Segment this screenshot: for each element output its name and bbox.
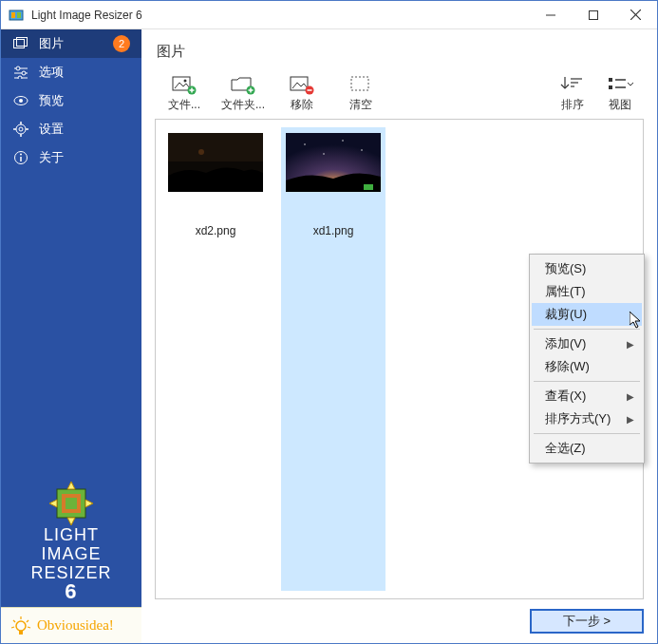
thumbnail-caption: xd2.png	[196, 224, 236, 237]
cm-remove[interactable]: 移除(W)	[532, 355, 642, 378]
sidebar-item-options[interactable]: 选项	[1, 58, 141, 86]
svg-marker-32	[85, 500, 93, 507]
body: 图片 2 选项 预览 设置 关于	[1, 29, 657, 643]
brand-name: Obviousidea!	[37, 617, 114, 634]
images-icon	[12, 37, 29, 50]
cm-properties[interactable]: 属性(T)	[532, 280, 642, 303]
svg-point-17	[16, 124, 26, 134]
svg-point-18	[19, 127, 23, 131]
app-window: Light Image Resizer 6 图片 2 选项 预览	[0, 0, 658, 644]
clear-button[interactable]: 清空	[331, 72, 390, 113]
cm-preview[interactable]: 预览(S)	[532, 257, 642, 280]
cm-separator	[534, 381, 640, 382]
svg-rect-68	[364, 184, 373, 190]
svg-marker-30	[67, 518, 75, 525]
svg-line-38	[28, 627, 30, 628]
maximize-button[interactable]	[572, 1, 614, 29]
thumbnail-image	[286, 133, 381, 192]
sidebar: 图片 2 选项 预览 设置 关于	[1, 29, 141, 643]
sidebar-item-label: 关于	[39, 149, 64, 166]
svg-point-64	[304, 143, 305, 144]
tool-label: 文件...	[168, 97, 200, 113]
add-folder-icon	[230, 72, 256, 97]
logo-icon	[49, 482, 93, 525]
sidebar-logo: LIGHT IMAGE RESIZER 6	[1, 468, 141, 607]
toolbar: 文件... 文件夹... 移除 清空 排序	[155, 68, 644, 113]
thumbnail-image	[168, 133, 263, 192]
minimize-button[interactable]	[529, 1, 572, 29]
add-files-button[interactable]: 文件...	[155, 72, 214, 113]
cm-select-all[interactable]: 全选(Z)	[532, 437, 642, 460]
cm-view[interactable]: 查看(X)▶	[532, 385, 642, 407]
svg-point-65	[342, 140, 343, 141]
add-files-icon	[171, 72, 197, 97]
sort-icon	[559, 72, 586, 97]
page-title: 图片	[157, 43, 642, 61]
tool-label: 排序	[561, 97, 584, 113]
remove-button[interactable]: 移除	[273, 72, 331, 113]
brand-footer[interactable]: Obviousidea!	[1, 607, 141, 643]
cm-sort-by[interactable]: 排序方式(Y)▶	[532, 407, 642, 430]
sliders-icon	[12, 66, 29, 79]
sidebar-item-label: 图片	[39, 35, 64, 52]
bottom-bar: 下一步 >	[155, 599, 644, 634]
app-icon	[7, 6, 26, 25]
svg-rect-8	[17, 38, 28, 47]
tool-label: 清空	[349, 97, 372, 113]
svg-rect-56	[609, 78, 612, 82]
svg-point-67	[323, 153, 324, 154]
logo-text: LIGHT IMAGE RESIZER 6	[30, 525, 111, 601]
thumbnail-item[interactable]: xd2.png	[163, 127, 268, 591]
cm-separator	[534, 433, 640, 434]
cm-crop[interactable]: 裁剪(U)	[532, 303, 642, 326]
svg-rect-4	[589, 10, 597, 19]
view-icon	[607, 72, 633, 97]
svg-rect-28	[66, 498, 77, 509]
svg-rect-1	[11, 12, 15, 18]
svg-rect-57	[609, 85, 612, 89]
svg-point-16	[19, 99, 23, 103]
sidebar-item-settings[interactable]: 设置	[1, 115, 141, 143]
sidebar-item-images[interactable]: 图片 2	[1, 29, 141, 58]
sidebar-item-label: 预览	[39, 92, 64, 109]
svg-line-36	[27, 620, 28, 622]
svg-rect-51	[351, 77, 368, 90]
info-icon	[12, 150, 29, 165]
svg-line-35	[13, 620, 15, 622]
tool-label: 文件夹...	[221, 97, 265, 113]
thumbnail-item[interactable]: xd1.png	[281, 127, 385, 591]
sidebar-item-preview[interactable]: 预览	[1, 86, 141, 115]
svg-marker-29	[67, 482, 75, 489]
clear-icon	[349, 72, 372, 97]
thumbnail-caption: xd1.png	[313, 224, 354, 237]
cm-add[interactable]: 添加(V)▶	[532, 332, 642, 355]
gear-icon	[12, 122, 29, 137]
add-folder-button[interactable]: 文件夹...	[214, 72, 273, 113]
svg-rect-7	[14, 40, 25, 48]
submenu-arrow-icon: ▶	[627, 414, 634, 425]
submenu-arrow-icon: ▶	[627, 391, 634, 402]
svg-point-62	[198, 149, 204, 155]
svg-line-37	[11, 627, 14, 628]
svg-point-41	[184, 80, 187, 83]
next-button[interactable]: 下一步 >	[530, 609, 644, 634]
eye-icon	[12, 94, 29, 107]
svg-rect-2	[17, 12, 21, 18]
content: 图片 文件... 文件夹... 移除 清空	[141, 29, 657, 643]
sort-button[interactable]: 排序	[549, 72, 596, 113]
tool-label: 移除	[291, 97, 313, 113]
tool-label: 视图	[609, 97, 631, 113]
count-badge: 2	[113, 35, 130, 52]
svg-point-10	[16, 66, 20, 70]
svg-point-25	[20, 154, 22, 156]
lightbulb-icon	[10, 616, 31, 636]
remove-icon	[289, 72, 315, 97]
svg-point-33	[16, 621, 26, 631]
cm-separator	[534, 329, 640, 330]
close-button[interactable]	[614, 1, 657, 29]
next-button-label: 下一步 >	[563, 613, 611, 630]
submenu-arrow-icon: ▶	[627, 339, 634, 350]
titlebar: Light Image Resizer 6	[1, 1, 657, 29]
sidebar-item-about[interactable]: 关于	[1, 143, 141, 172]
view-button[interactable]: 视图	[596, 72, 644, 113]
